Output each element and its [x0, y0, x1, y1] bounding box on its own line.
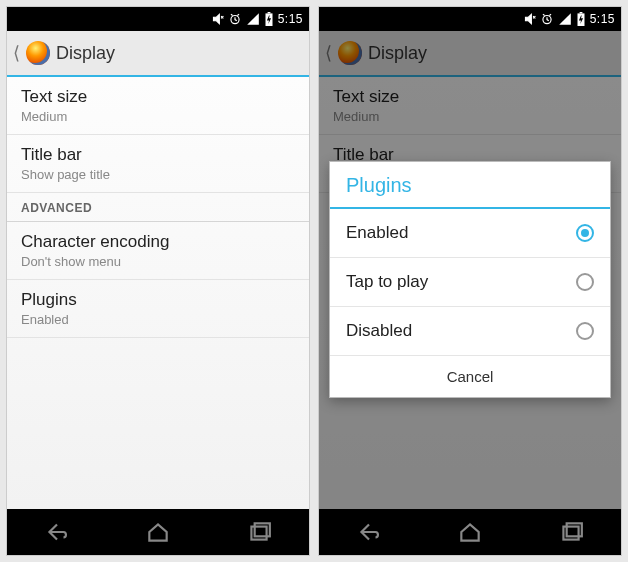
row-subtitle: Medium — [21, 109, 295, 124]
phone-right: 5:15 ⟨ Display Text size Medium Title ba… — [318, 6, 622, 556]
svg-rect-2 — [267, 12, 270, 13]
alarm-icon — [540, 12, 554, 26]
nav-bar — [7, 509, 309, 555]
radio-icon — [576, 273, 594, 291]
plugins-dialog: Plugins Enabled Tap to play Disabled Can… — [329, 161, 611, 398]
option-tap-to-play[interactable]: Tap to play — [330, 258, 610, 307]
status-bar: 5:15 — [319, 7, 621, 31]
nav-home-icon[interactable] — [145, 519, 171, 545]
svg-rect-7 — [579, 12, 582, 13]
row-subtitle: Show page title — [21, 167, 295, 182]
status-clock: 5:15 — [278, 12, 303, 26]
phone-left: 5:15 ⟨ Display Text size Medium Title ba… — [6, 6, 310, 556]
row-text-size[interactable]: Text size Medium — [7, 77, 309, 135]
row-title-bar[interactable]: Title bar Show page title — [7, 135, 309, 193]
signal-icon — [246, 12, 260, 26]
row-title: Title bar — [21, 145, 295, 165]
signal-icon — [558, 12, 572, 26]
row-title: Character encoding — [21, 232, 295, 252]
option-enabled[interactable]: Enabled — [330, 209, 610, 258]
row-title: Plugins — [21, 290, 295, 310]
cancel-button[interactable]: Cancel — [330, 356, 610, 397]
option-label: Enabled — [346, 223, 408, 243]
mute-icon — [210, 12, 224, 26]
nav-back-icon[interactable] — [356, 519, 382, 545]
option-label: Disabled — [346, 321, 412, 341]
firefox-icon — [26, 41, 50, 65]
nav-back-icon[interactable] — [44, 519, 70, 545]
radio-icon — [576, 322, 594, 340]
row-plugins[interactable]: Plugins Enabled — [7, 280, 309, 338]
dialog-title: Plugins — [330, 162, 610, 209]
battery-icon — [264, 12, 274, 26]
page-title: Display — [56, 43, 115, 64]
mute-icon — [522, 12, 536, 26]
row-character-encoding[interactable]: Character encoding Don't show menu — [7, 222, 309, 280]
nav-recent-icon[interactable] — [246, 519, 272, 545]
radio-icon — [576, 224, 594, 242]
row-subtitle: Don't show menu — [21, 254, 295, 269]
option-disabled[interactable]: Disabled — [330, 307, 610, 356]
battery-icon — [576, 12, 586, 26]
option-label: Tap to play — [346, 272, 428, 292]
status-clock: 5:15 — [590, 12, 615, 26]
status-bar: 5:15 — [7, 7, 309, 31]
alarm-icon — [228, 12, 242, 26]
nav-home-icon[interactable] — [457, 519, 483, 545]
app-header: ⟨ Display — [7, 31, 309, 77]
section-advanced: ADVANCED — [7, 193, 309, 222]
nav-bar — [319, 509, 621, 555]
row-subtitle: Enabled — [21, 312, 295, 327]
nav-recent-icon[interactable] — [558, 519, 584, 545]
settings-list: Text size Medium Title bar Show page tit… — [7, 77, 309, 509]
back-icon[interactable]: ⟨ — [13, 42, 20, 64]
row-title: Text size — [21, 87, 295, 107]
